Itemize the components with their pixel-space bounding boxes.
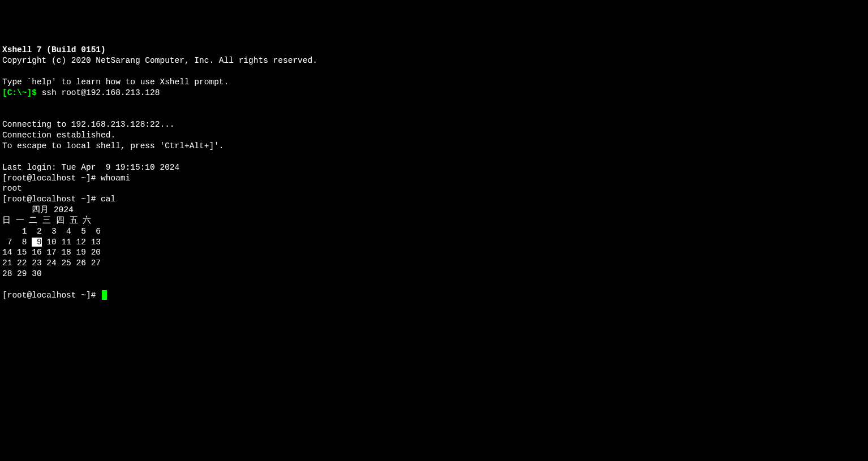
whoami-output: root — [2, 184, 22, 193]
cal-command: cal — [101, 195, 115, 204]
calendar-row-3: 14 15 16 17 18 19 20 — [2, 248, 101, 257]
established-line: Connection established. — [2, 131, 115, 140]
calendar-row-2-post: 10 11 12 13 — [42, 238, 101, 247]
connecting-line: Connecting to 192.168.213.128:22... — [2, 120, 175, 129]
remote-prompt-1: [root@localhost ~]# — [2, 174, 101, 183]
calendar-today: 9 — [32, 238, 41, 247]
ssh-command: ssh root@192.168.213.128 — [42, 88, 160, 97]
calendar-header: 日 一 二 三 四 五 六 — [2, 216, 91, 225]
app-title: Xshell 7 (Build 0151) — [2, 45, 106, 54]
help-line: Type `help' to learn how to use Xshell p… — [2, 77, 229, 87]
calendar-row-2-pre: 7 8 — [2, 238, 32, 247]
cursor[interactable] — [102, 290, 107, 300]
calendar-title: 四月 2024 — [2, 205, 98, 214]
terminal-output[interactable]: Xshell 7 (Build 0151) Copyright (c) 2020… — [2, 45, 866, 300]
calendar-row-5: 28 29 30 — [2, 269, 42, 278]
calendar-row-4: 21 22 23 24 25 26 27 — [2, 258, 101, 268]
escape-line: To escape to local shell, press 'Ctrl+Al… — [2, 141, 224, 150]
last-login-line: Last login: Tue Apr 9 19:15:10 2024 — [2, 163, 179, 172]
calendar-row-1: 1 2 3 4 5 6 — [2, 227, 101, 236]
copyright-line: Copyright (c) 2020 NetSarang Computer, I… — [2, 56, 317, 65]
remote-prompt-2: [root@localhost ~]# — [2, 195, 101, 204]
remote-prompt-3: [root@localhost ~]# — [2, 291, 101, 300]
local-prompt: [C:\~]$ — [2, 88, 42, 97]
whoami-command: whoami — [101, 174, 130, 183]
